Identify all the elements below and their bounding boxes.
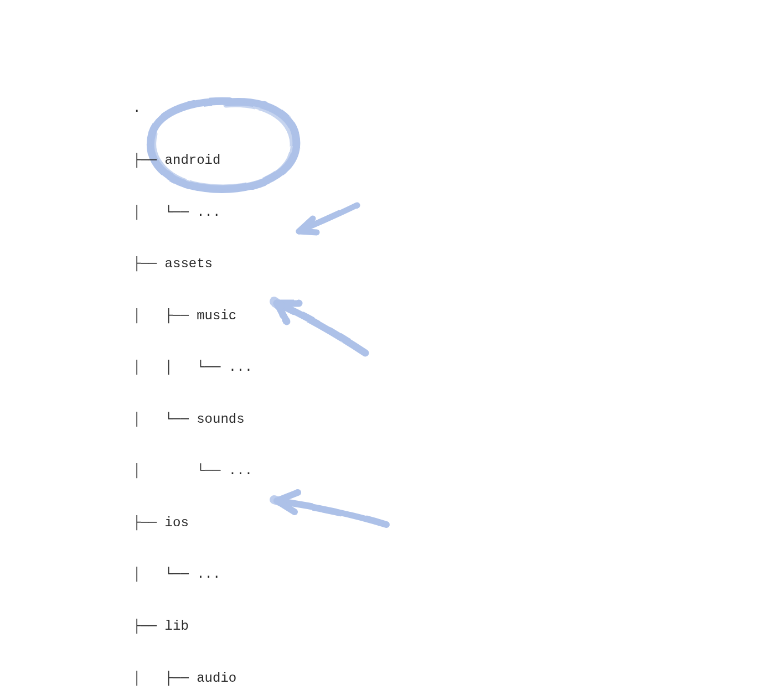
directory-tree: . ├── android │ └── ... ├── assets │ ├──… [133,65,396,700]
tree-line: │ ├── music [133,307,396,324]
tree-line: │ └── ... [133,204,396,221]
tree-line: │ └── ... [133,566,396,583]
tree-line: │ └── sounds [133,411,396,428]
tree-line: │ │ └── ... [133,359,396,376]
tree-line: ├── lib [133,618,396,635]
tree-line: │ └── ... [133,462,396,479]
tree-line: │ ├── audio [133,670,396,687]
tree-line: ├── ios [133,514,396,531]
tree-line: . [133,100,396,117]
tree-line: ├── assets [133,255,396,272]
tree-line: ├── android [133,152,396,169]
